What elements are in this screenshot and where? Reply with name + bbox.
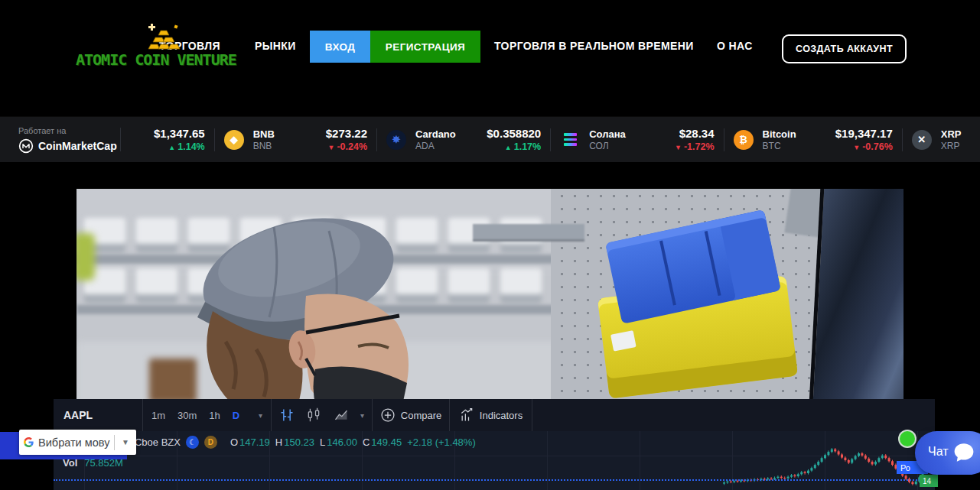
timeframe-chevron-down-icon[interactable]: ▾ <box>259 411 262 420</box>
timeframe-button-D[interactable]: D <box>233 410 239 421</box>
language-selector[interactable]: Вибрати мову ▼ <box>19 430 136 455</box>
high-value: 150.23 <box>284 436 314 448</box>
coin-name: Bitcoin <box>763 128 796 140</box>
ticker-coin[interactable]: $1,347.65 ▲1.14% ◆ BNB BNB <box>121 117 293 162</box>
coin-divider <box>376 128 377 151</box>
chat-button[interactable]: Чат <box>915 431 980 475</box>
bnb-icon: ◆ <box>224 130 244 150</box>
coin-price: $0.358820 <box>475 127 541 140</box>
coin-price: $273.22 <box>301 127 367 140</box>
coin-symbol: BNB <box>253 141 275 151</box>
chat-label: Чат <box>928 445 949 459</box>
tradingview-widget: AAPL 1m30m1hD ▾ ▾ Compare <box>54 399 935 490</box>
coin-symbol: XRP <box>941 141 962 151</box>
close-value: 149.45 <box>371 436 402 448</box>
indicators-icon <box>459 407 474 423</box>
register-button[interactable]: РЕГИСТРАЦИЯ <box>370 31 480 63</box>
powered-by-label: Работает на <box>18 126 120 135</box>
coin-change: ▲1.14% <box>139 141 205 152</box>
price-line <box>54 479 935 481</box>
open-label: O <box>230 436 238 448</box>
change-value: +2.18 (+1.48%) <box>407 436 476 448</box>
bitcoin-icon: ₿ <box>734 130 754 150</box>
coin-name: Солана <box>589 128 626 140</box>
coin-divider <box>214 128 215 151</box>
language-dropdown-arrow-icon[interactable]: ▼ <box>119 438 132 446</box>
timeframe-group: 1m30m1hD ▾ <box>143 399 271 431</box>
plus-circle-icon <box>380 407 396 423</box>
coinmarketcap-attribution[interactable]: Работает на CoinMarketCap <box>0 117 120 162</box>
coin-change: ▼-1.72% <box>649 141 715 152</box>
coin-change: ▼-0.24% <box>301 141 367 152</box>
symbol-info-row[interactable]: D · Cboe BZX ☾ D O147.19 H150.23 L146.00… <box>119 436 476 449</box>
login-button[interactable]: ВХОД <box>310 31 370 63</box>
coin-name: Cardano <box>415 128 456 140</box>
xrp-icon: ✕ <box>912 130 932 150</box>
powered-by-brand: CoinMarketCap <box>38 140 117 152</box>
coin-change: ▼-0.76% <box>827 141 893 152</box>
nav-item-about[interactable]: О НАС <box>717 40 753 52</box>
chat-online-status-dot <box>900 431 915 446</box>
ticker-coin[interactable]: $19,347.17 ▼-0.76% ✕ XRP XRP <box>808 117 980 162</box>
chat-bubble-icon <box>951 440 977 466</box>
open-value: 147.19 <box>239 436 270 448</box>
coin-price: $28.34 <box>649 127 715 140</box>
low-label: L <box>320 436 325 448</box>
coin-price: $1,347.65 <box>139 127 205 140</box>
create-account-button[interactable]: СОЗДАТЬ АККАУНТ <box>782 34 907 63</box>
session-badge-icon[interactable]: ☾ <box>186 436 199 449</box>
high-label: H <box>275 436 282 448</box>
solana-icon <box>560 130 580 150</box>
indicators-button[interactable]: Indicators <box>450 399 532 431</box>
cardano-icon: ✸ <box>386 130 406 150</box>
ticker-coin[interactable]: $28.34 ▼-1.72% ₿ Bitcoin BTC <box>637 117 809 162</box>
nav-item-live-trading[interactable]: ТОРГОВЛЯ В РЕАЛЬНОМ ВРЕМЕНИ <box>494 40 694 52</box>
symbol-button[interactable]: AAPL <box>54 399 142 431</box>
dividends-badge[interactable]: D <box>204 436 217 449</box>
low-value: 146.00 <box>327 436 357 448</box>
coin-change: ▲1.17% <box>475 141 541 152</box>
ticker-coin[interactable]: $273.22 ▼-0.24% ✸ Cardano ADA <box>293 117 465 162</box>
bars-style-icon[interactable] <box>279 407 295 423</box>
chart-area[interactable]: D · Cboe BZX ☾ D O147.19 H150.23 L146.00… <box>54 431 935 490</box>
google-icon <box>24 435 34 449</box>
price-axis-label-green: 14 <box>920 475 938 487</box>
candles-style-icon[interactable] <box>306 407 321 423</box>
site-header: ATOMIC COIN VENTURE ТОРГОВЛЯ РЫНКИ ВХОД … <box>0 0 980 113</box>
compare-button[interactable]: Compare <box>373 399 449 431</box>
coin-name: XRP <box>941 128 962 140</box>
coin-price: $19,347.17 <box>827 127 893 140</box>
gold-bars-icon <box>145 23 182 55</box>
chart-style-group: ▾ <box>272 399 372 431</box>
ticker-coin[interactable]: $0.358820 ▲1.17% Солана СОЛ <box>464 117 637 162</box>
coin-divider <box>550 128 551 151</box>
crypto-ticker-bar: Работает на CoinMarketCap $1,347.65 ▲1.1… <box>0 116 980 162</box>
coin-symbol: ADA <box>415 141 456 151</box>
timeframe-button-30m[interactable]: 30m <box>177 410 197 421</box>
coin-divider <box>902 128 903 151</box>
timeframe-button-1h[interactable]: 1h <box>209 410 220 421</box>
style-chevron-down-icon[interactable]: ▾ <box>360 411 364 420</box>
coin-symbol: BTC <box>763 141 796 151</box>
chart-toolbar: AAPL 1m30m1hD ▾ ▾ Compare <box>54 399 935 432</box>
close-label: C <box>363 436 370 448</box>
coin-symbol: СОЛ <box>589 141 626 151</box>
language-divider <box>114 435 115 450</box>
timeframe-button-1m[interactable]: 1m <box>151 410 165 421</box>
ticker-coins: $1,347.65 ▲1.14% ◆ BNB BNB $273.22 ▼-0.2… <box>121 117 980 162</box>
area-style-icon[interactable] <box>334 407 349 423</box>
language-selector-label: Вибрати мову <box>38 436 109 449</box>
coin-name: BNB <box>253 128 275 140</box>
nav-item-markets[interactable]: РЫНКИ <box>255 40 296 52</box>
coinmarketcap-icon <box>18 138 34 154</box>
coin-divider <box>724 128 724 151</box>
